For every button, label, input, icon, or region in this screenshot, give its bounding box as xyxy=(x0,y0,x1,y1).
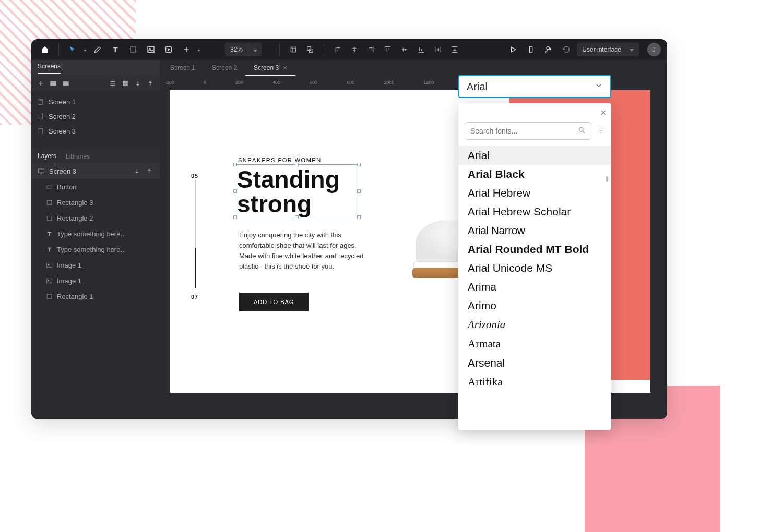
screens-panel-header: Screens xyxy=(31,60,160,76)
image-icon[interactable] xyxy=(49,79,57,88)
sort-up-icon[interactable] xyxy=(146,79,155,88)
image-tool-icon[interactable] xyxy=(144,42,158,57)
pen-tool-icon[interactable] xyxy=(90,42,105,57)
font-family-input[interactable]: Arial xyxy=(458,75,611,98)
ruler-tick: 600 xyxy=(310,80,317,85)
canvas-tab[interactable]: Screen 3 × xyxy=(245,60,295,76)
ruler-tick: 0 xyxy=(204,80,206,85)
layer-item[interactable]: Rectangle 1 xyxy=(31,288,160,304)
align-center-h-icon[interactable] xyxy=(347,42,362,57)
home-icon[interactable] xyxy=(38,42,52,57)
font-option[interactable]: Arizonia xyxy=(458,315,611,334)
grid-view-icon[interactable] xyxy=(121,79,129,88)
svg-rect-22 xyxy=(47,263,52,268)
collapse-down-icon[interactable] xyxy=(133,167,141,175)
layer-item[interactable]: Type something here... xyxy=(31,241,160,257)
selection-handle[interactable] xyxy=(295,163,299,166)
layer-item[interactable]: Image 1 xyxy=(31,273,160,288)
layer-item[interactable]: Button xyxy=(31,179,160,195)
top-toolbar: 32% User interface J xyxy=(31,39,667,60)
font-option[interactable]: Arimo xyxy=(458,296,611,315)
close-icon[interactable]: × xyxy=(600,107,606,118)
font-search-input[interactable] xyxy=(470,127,578,135)
device-preview-icon[interactable] xyxy=(524,42,538,57)
add-to-bag-button[interactable]: ADD TO BAG xyxy=(239,293,309,311)
font-option[interactable]: Arial Narrow xyxy=(458,221,611,240)
add-screen-icon[interactable] xyxy=(37,79,45,88)
subtitle-text[interactable]: SNEAKERS FOR WOMEN xyxy=(238,157,322,163)
layer-item[interactable]: Image 1 xyxy=(31,257,160,273)
canvas-tab-label: Screen 2 xyxy=(212,64,237,71)
zoom-control[interactable]: 32% xyxy=(225,43,262,56)
font-search-input-wrap[interactable] xyxy=(465,122,591,140)
distribute-v-icon[interactable] xyxy=(447,42,462,57)
tab-layers[interactable]: Layers xyxy=(38,152,56,163)
folder-add-icon[interactable] xyxy=(62,79,70,88)
zoom-value: 32% xyxy=(225,46,248,53)
selection-handle[interactable] xyxy=(233,189,237,193)
selection-box[interactable] xyxy=(235,164,359,217)
select-tool-chevron[interactable] xyxy=(84,46,87,53)
layers-tabs: Layers Libraries xyxy=(31,148,160,163)
screens-item[interactable]: Screen 1 xyxy=(31,94,160,109)
add-tool-chevron[interactable] xyxy=(197,46,200,53)
artboard-icon[interactable] xyxy=(286,42,301,57)
font-option[interactable]: Armata xyxy=(458,334,611,354)
page-number-bottom: 07 xyxy=(191,294,198,300)
font-option[interactable]: Arial Black xyxy=(458,165,611,184)
font-option[interactable]: Arima xyxy=(458,277,611,296)
zoom-chevron[interactable] xyxy=(248,43,262,56)
close-tab-icon[interactable]: × xyxy=(283,64,287,72)
screens-item-label: Screen 2 xyxy=(49,113,76,120)
selection-handle[interactable] xyxy=(357,163,361,166)
share-add-user-icon[interactable] xyxy=(541,42,556,57)
screens-item[interactable]: Screen 2 xyxy=(31,109,160,124)
undo-history-icon[interactable] xyxy=(559,42,574,57)
collapse-up-icon[interactable] xyxy=(145,167,153,175)
scrollbar-thumb[interactable] xyxy=(606,176,608,182)
font-option[interactable]: Arial Unicode MS xyxy=(458,259,611,277)
select-tool-icon[interactable] xyxy=(65,42,80,57)
tab-libraries[interactable]: Libraries xyxy=(66,153,90,163)
align-middle-v-icon[interactable] xyxy=(397,42,412,57)
filter-icon[interactable] xyxy=(597,127,605,135)
align-left-icon[interactable] xyxy=(330,42,345,57)
font-option[interactable]: Artifika xyxy=(458,372,611,392)
align-bottom-icon[interactable] xyxy=(414,42,429,57)
rectangle-tool-icon[interactable] xyxy=(126,42,140,57)
layer-item[interactable]: Rectangle 3 xyxy=(31,195,160,210)
selection-handle[interactable] xyxy=(233,215,237,219)
selection-handle[interactable] xyxy=(295,215,299,219)
body-text[interactable]: Enjoy conquering the city with this comf… xyxy=(239,230,375,272)
canvas-tab[interactable]: Screen 1 xyxy=(162,60,204,76)
add-tool-icon[interactable] xyxy=(179,42,194,57)
svg-point-8 xyxy=(547,47,549,50)
align-top-icon[interactable] xyxy=(381,42,395,57)
text-tool-icon[interactable] xyxy=(108,42,123,57)
layer-item[interactable]: Type something here... xyxy=(31,226,160,241)
font-option[interactable]: Arial Rounded MT Bold xyxy=(458,240,611,259)
user-avatar[interactable]: J xyxy=(647,43,661,56)
selection-handle[interactable] xyxy=(357,215,361,219)
hotspot-tool-icon[interactable] xyxy=(161,42,176,57)
selection-handle[interactable] xyxy=(233,163,237,166)
distribute-h-icon[interactable] xyxy=(431,42,445,57)
font-option[interactable]: Arial Hebrew Scholar xyxy=(458,202,611,221)
selection-handle[interactable] xyxy=(357,189,361,193)
font-option[interactable]: Arial xyxy=(458,146,611,165)
canvas-tab[interactable]: Screen 2 xyxy=(204,60,245,76)
view-mode-dropdown[interactable]: User interface xyxy=(577,43,639,56)
align-right-icon[interactable] xyxy=(364,42,378,57)
svg-rect-15 xyxy=(39,99,43,104)
svg-rect-16 xyxy=(39,114,43,119)
font-option[interactable]: Arsenal xyxy=(458,354,611,372)
layer-item[interactable]: Rectangle 2 xyxy=(31,210,160,226)
list-view-icon[interactable] xyxy=(109,79,117,88)
layer-root[interactable]: Screen 3 xyxy=(31,163,160,179)
font-option[interactable]: Arial Hebrew xyxy=(458,184,611,202)
play-preview-icon[interactable] xyxy=(506,42,520,57)
svg-rect-24 xyxy=(47,279,52,283)
shape-combine-icon[interactable] xyxy=(303,42,317,57)
screens-item[interactable]: Screen 3 xyxy=(31,124,160,138)
sort-down-icon[interactable] xyxy=(134,79,142,88)
